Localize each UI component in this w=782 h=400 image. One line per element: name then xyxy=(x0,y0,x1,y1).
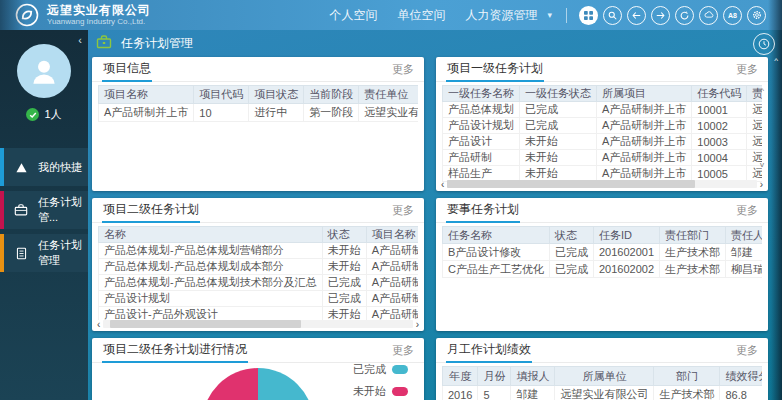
table-row[interactable]: A产品研制并上市10进行中第一阶段远望实业有限公司汤宏涛2016-05-2041… xyxy=(99,104,419,122)
column-header: 绩效得分 xyxy=(720,367,762,386)
column-header: 所属项目 xyxy=(597,86,692,102)
scrollbar-thumb[interactable] xyxy=(447,180,694,188)
table-row[interactable]: 产品总体规划已完成A产品研制并上市10001远望实业有限公司营销管理部、成本管 xyxy=(443,102,763,118)
table-cell: A产品研制并上市 xyxy=(366,291,418,307)
panel-title: 项目信息 xyxy=(102,57,152,82)
table-cell: 86.8 xyxy=(720,386,762,400)
company-logo[interactable]: 远望实业有限公司 Yuanwang Industry Co.,Ltd. xyxy=(14,2,151,28)
page-header: 任务计划管理 xyxy=(88,30,782,57)
table-row[interactable]: 产品总体规划-产品总体规划技术部分及汇总已完成A产品研制并上市10001003是… xyxy=(99,275,419,291)
apps-grid-icon[interactable] xyxy=(579,6,598,25)
table-cell: 未开始 xyxy=(520,150,597,166)
table-cell: 远望实业有限公司 xyxy=(359,104,418,122)
table-row[interactable]: C产品生产工艺优化已完成201602002生产技术部柳昌瑞2016-06-132… xyxy=(443,261,763,278)
search-icon[interactable] xyxy=(603,6,622,25)
table-row[interactable]: 产品设计规划已完成A产品研制并上市10002远望实业有限公司生产技术部 xyxy=(443,118,763,134)
table-cell: 远望实业有限公司 xyxy=(747,118,762,134)
scroll-up-icon[interactable]: ^ xyxy=(760,87,764,95)
nav-hr-management[interactable]: 人力资源管理 xyxy=(465,7,537,24)
table-cell: 已完成 xyxy=(549,244,593,261)
table-cell: A产品研制并上市 xyxy=(597,118,692,134)
more-link[interactable]: 更多 xyxy=(392,203,414,218)
sidebar: ‹ 1人 我的快捷 任务计划管... xyxy=(0,30,88,400)
settings-gear-icon[interactable] xyxy=(747,6,766,25)
scroll-right-icon[interactable]: › xyxy=(416,320,419,329)
scrollbar-thumb[interactable] xyxy=(110,320,302,328)
more-link[interactable]: 更多 xyxy=(736,62,758,77)
panel-project-info: 项目信息 更多 项目名称项目代码项目状态当前阶段责任单位总负责人立项日期当前进度… xyxy=(92,57,424,191)
arrow-right-icon[interactable] xyxy=(651,6,670,25)
table-cell: 远望实业有限公司 xyxy=(747,134,762,150)
scroll-left-icon[interactable]: ‹ xyxy=(97,320,100,329)
company-name-en: Yuanwang Industry Co.,Ltd. xyxy=(47,17,151,27)
table-cell: 生产技术部 xyxy=(654,386,720,400)
chart-legend: 已完成 未开始 xyxy=(353,362,408,400)
table-cell: 10001 xyxy=(692,102,747,118)
sidebar-item-task-plan-mgmt-2[interactable]: 任务计划管理 xyxy=(0,234,88,272)
scroll-down-icon[interactable]: v xyxy=(760,161,764,169)
column-header: 任务ID xyxy=(593,227,659,244)
table-row[interactable]: B产品设计修改已完成201602001生产技术部邹建2016-06-012016… xyxy=(443,244,763,261)
cloud-icon[interactable] xyxy=(699,6,718,25)
more-link[interactable]: 更多 xyxy=(392,343,414,358)
scroll-left-icon[interactable]: ‹ xyxy=(441,180,444,189)
column-header: 所属单位 xyxy=(555,367,654,386)
clock-icon[interactable] xyxy=(753,33,775,55)
sidebar-item-task-plan-mgmt-1[interactable]: 任务计划管... xyxy=(0,191,88,229)
table-row[interactable]: 产品研制未开始A产品研制并上市10004远望实业有限公司生产技术部 xyxy=(443,150,763,166)
more-link[interactable]: 更多 xyxy=(736,343,758,358)
horizontal-scrollbar: ‹ › xyxy=(441,179,763,189)
nav-unit-space[interactable]: 单位空间 xyxy=(397,7,445,24)
column-header: 当前阶段 xyxy=(304,86,359,104)
arrow-left-icon[interactable] xyxy=(627,6,646,25)
table-cell: 5 xyxy=(478,386,511,400)
table-cell: 已完成 xyxy=(549,261,593,278)
column-header: 年度 xyxy=(443,367,478,386)
more-link[interactable]: 更多 xyxy=(736,203,758,218)
a8-icon[interactable]: A8 xyxy=(723,6,742,25)
page-scroll-up-icon[interactable]: ^ xyxy=(774,56,778,65)
table-cell: 远望实业有限公司 xyxy=(555,386,654,400)
legend-marker xyxy=(392,365,408,374)
sidebar-collapse-icon[interactable]: ‹ xyxy=(78,35,82,45)
panel-level2-tasks: 项目二级任务计划 更多 名称状态项目名称任务ID关键节点里程碑责任产品总体规划-… xyxy=(92,198,424,331)
key-tasks-table: 任务名称状态任务ID责任部门责任人1责任人2计划开始日期计划完成日期实B产品设计… xyxy=(442,226,762,278)
check-badge-icon xyxy=(26,108,39,121)
sidebar-item-my-shortcuts[interactable]: 我的快捷 xyxy=(0,148,88,186)
table-row[interactable]: 20165邹建远望实业有限公司生产技术部86.8 xyxy=(443,386,763,400)
table-cell: 柳昌瑞 xyxy=(726,261,762,278)
document-icon xyxy=(13,245,29,261)
table-cell: A产品研制并上市 xyxy=(597,150,692,166)
legend-marker xyxy=(392,387,408,396)
table-row[interactable]: 产品总体规划-产品总体规划成本部分未开始A产品研制并上市10001002否否成本 xyxy=(99,259,419,275)
column-header: 状态 xyxy=(549,227,593,244)
more-link[interactable]: 更多 xyxy=(392,62,414,77)
panel-title: 月工作计划绩效 xyxy=(446,338,532,363)
table-cell: 产品设计-产品外观设计 xyxy=(99,307,323,321)
table-cell: 生产技术部 xyxy=(660,261,726,278)
accent-bar xyxy=(0,191,4,229)
chevron-down-icon[interactable]: ▾ xyxy=(547,10,552,20)
triangle-icon xyxy=(13,159,29,175)
table-row[interactable]: 产品设计未开始A产品研制并上市10003远望实业有限公司生产技术部 xyxy=(443,134,763,150)
table-row[interactable]: 产品设计-产品外观设计未开始A产品研制并上市10003001否否设计 xyxy=(99,307,419,321)
column-header: 部门 xyxy=(654,367,720,386)
avatar[interactable] xyxy=(17,44,71,98)
table-cell: 产品设计 xyxy=(443,134,520,150)
topbar-divider xyxy=(566,8,567,23)
table-cell: 未开始 xyxy=(322,259,366,275)
briefcase-icon xyxy=(13,202,29,218)
legend-item-done[interactable]: 已完成 xyxy=(353,362,408,377)
legend-item-not-started[interactable]: 未开始 xyxy=(353,384,408,399)
table-cell: 进行中 xyxy=(249,104,304,122)
online-user-count: 1人 xyxy=(0,107,88,122)
table-cell: 已完成 xyxy=(322,291,366,307)
table-row[interactable]: 产品设计规划已完成A产品研制并上市10002001是是生产 xyxy=(99,291,419,307)
top-bar: 远望实业有限公司 Yuanwang Industry Co.,Ltd. 个人空间… xyxy=(0,0,782,30)
table-row[interactable]: 产品总体规划-产品总体规划营销部分未开始A产品研制并上市10001001否否营销 xyxy=(99,243,419,259)
scroll-right-icon[interactable]: › xyxy=(760,180,763,189)
table-cell: 产品设计规划 xyxy=(99,291,323,307)
refresh-icon[interactable] xyxy=(675,6,694,25)
pie-chart[interactable] xyxy=(202,368,314,400)
nav-personal-space[interactable]: 个人空间 xyxy=(329,7,377,24)
